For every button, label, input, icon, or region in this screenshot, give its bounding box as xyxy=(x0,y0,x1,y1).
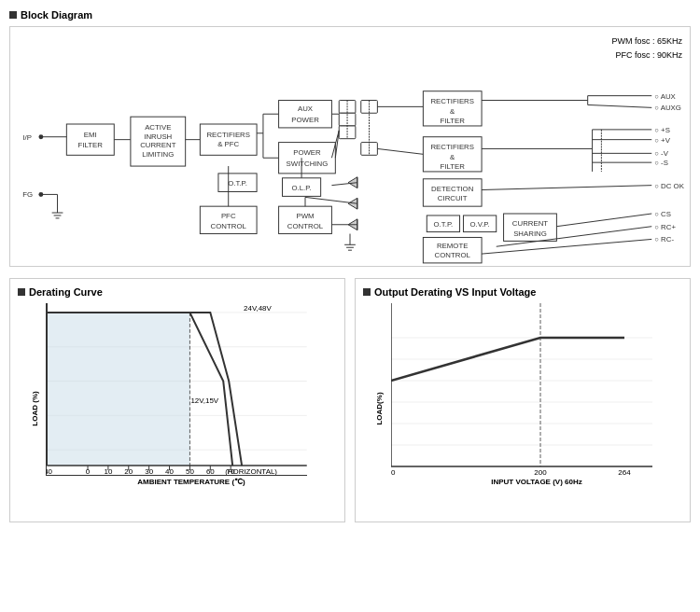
output-derating-title: Output Derating VS Input Voltage xyxy=(363,286,682,298)
output-x-label: INPUT VOLTAGE (V) 60Hz xyxy=(391,478,682,486)
derating-x-label: AMBIENT TEMPERATURE (℃) xyxy=(46,478,337,486)
emi-box xyxy=(66,124,114,155)
ip-dot xyxy=(38,134,43,139)
svg-line-73 xyxy=(482,186,651,190)
svg-text:○ RC-: ○ RC- xyxy=(654,235,674,243)
svg-line-84 xyxy=(305,197,357,203)
output-svg: 100 90 80 70 60 50 40 90 200 264 xyxy=(391,303,652,476)
svg-text:REMOTE: REMOTE xyxy=(437,242,469,250)
svg-text:SHARING: SHARING xyxy=(513,230,547,238)
svg-text:CIRCUIT: CIRCUIT xyxy=(438,194,468,202)
derating-curve-section: Derating Curve LOAD (%) 100 80 60 40 20 xyxy=(9,278,345,522)
svg-text:SWITCHING: SWITCHING xyxy=(287,160,329,168)
svg-text:PFC: PFC xyxy=(221,212,236,220)
derating-chart-wrapper: LOAD (%) 100 80 60 40 20 xyxy=(18,303,337,514)
svg-line-75 xyxy=(556,214,651,227)
ip-label: I/P xyxy=(22,133,32,142)
svg-text:O.T.P.: O.T.P. xyxy=(434,220,454,229)
title-square xyxy=(9,11,17,19)
svg-text:○ CS: ○ CS xyxy=(654,210,671,218)
block-diagram-section: Block Diagram PWM fosc : 65KHz PFC fosc … xyxy=(9,9,691,267)
svg-text:EMI: EMI xyxy=(84,131,97,139)
derating-y-label: LOAD (%) xyxy=(31,391,39,425)
svg-text:○ +S: ○ +S xyxy=(654,126,670,134)
svg-text:○ -S: ○ -S xyxy=(654,159,668,167)
svg-text:&: & xyxy=(450,107,455,116)
charts-row: Derating Curve LOAD (%) 100 80 60 40 20 xyxy=(9,278,691,522)
svg-text:264: 264 xyxy=(618,468,631,476)
svg-text:90: 90 xyxy=(391,468,396,476)
fg-label: FG xyxy=(22,190,33,199)
svg-text:(HORIZONTAL): (HORIZONTAL) xyxy=(225,467,277,476)
svg-text:DETECTION: DETECTION xyxy=(431,185,474,193)
svg-text:200: 200 xyxy=(534,468,547,476)
svg-text:O.V.P.: O.V.P. xyxy=(469,220,489,229)
shaded-area xyxy=(47,313,189,466)
svg-line-31 xyxy=(335,131,339,158)
svg-text:○ DC OK: ○ DC OK xyxy=(654,182,684,190)
svg-text:40: 40 xyxy=(165,467,174,476)
output-chart-wrapper: LOAD(%) 100 90 80 70 60 50 40 xyxy=(363,303,682,514)
fg-dot xyxy=(38,192,43,197)
svg-text:CURRENT: CURRENT xyxy=(512,219,548,228)
svg-text:& PFC: & PFC xyxy=(217,140,239,148)
svg-text:○ -V: ○ -V xyxy=(654,149,669,158)
svg-text:POWER: POWER xyxy=(291,116,319,124)
svg-line-40 xyxy=(377,148,423,154)
svg-text:○ AUXG: ○ AUXG xyxy=(654,104,681,112)
svg-text:&: & xyxy=(450,153,455,161)
svg-text:CONTROL: CONTROL xyxy=(287,222,324,230)
svg-text:RECTIFIERS: RECTIFIERS xyxy=(430,143,474,151)
svg-text:FILTER: FILTER xyxy=(441,162,466,171)
svg-text:O.L.P.: O.L.P. xyxy=(291,184,311,192)
svg-text:FILTER: FILTER xyxy=(441,117,466,125)
block-diagram: PWM fosc : 65KHz PFC fosc : 90KHz I/P FG xyxy=(9,26,691,267)
title-square-3 xyxy=(363,288,371,296)
svg-text:RECTIFIERS: RECTIFIERS xyxy=(430,97,474,105)
svg-text:CURRENT: CURRENT xyxy=(140,141,175,149)
svg-line-60 xyxy=(588,104,652,107)
svg-text:FILTER: FILTER xyxy=(78,141,104,149)
svg-text:20: 20 xyxy=(124,467,133,476)
svg-text:CONTROL: CONTROL xyxy=(211,222,247,230)
bd-inner: PWM fosc : 65KHz PFC fosc : 90KHz I/P FG xyxy=(18,35,682,258)
svg-text:○ RC+: ○ RC+ xyxy=(654,223,676,231)
svg-text:50: 50 xyxy=(186,467,194,476)
output-y-label: LOAD(%) xyxy=(375,392,384,424)
svg-text:24V,48V: 24V,48V xyxy=(244,304,272,313)
svg-text:-40: -40 xyxy=(46,467,53,476)
bd-svg: I/P FG EMI FILTER ACT xyxy=(18,35,682,258)
svg-text:PWM: PWM xyxy=(296,212,314,220)
svg-text:POWER: POWER xyxy=(293,148,321,157)
svg-text:RECTIFIERS: RECTIFIERS xyxy=(206,131,250,139)
title-square-2 xyxy=(18,288,25,296)
svg-text:10: 10 xyxy=(104,467,112,476)
derating-svg: 100 80 60 40 20 xyxy=(46,303,307,476)
svg-text:O.T.P.: O.T.P. xyxy=(228,179,247,188)
svg-text:30: 30 xyxy=(145,467,153,476)
svg-text:CONTROL: CONTROL xyxy=(435,251,471,259)
derating-title: Derating Curve xyxy=(18,286,337,298)
svg-text:ACTIVE: ACTIVE xyxy=(145,123,171,132)
output-derating-section: Output Derating VS Input Voltage LOAD(%)… xyxy=(355,278,691,522)
svg-text:60: 60 xyxy=(206,467,215,476)
power-sw-box xyxy=(279,143,336,174)
svg-text:12V,15V: 12V,15V xyxy=(190,396,218,405)
svg-text:LIMITING: LIMITING xyxy=(142,150,174,159)
block-diagram-title: Block Diagram xyxy=(9,9,691,21)
svg-text:0: 0 xyxy=(86,467,91,476)
svg-text:INRUSH: INRUSH xyxy=(144,132,172,141)
svg-text:○ +V: ○ +V xyxy=(654,136,670,145)
svg-text:AUX: AUX xyxy=(298,104,314,113)
svg-text:○ AUX: ○ AUX xyxy=(654,92,676,101)
